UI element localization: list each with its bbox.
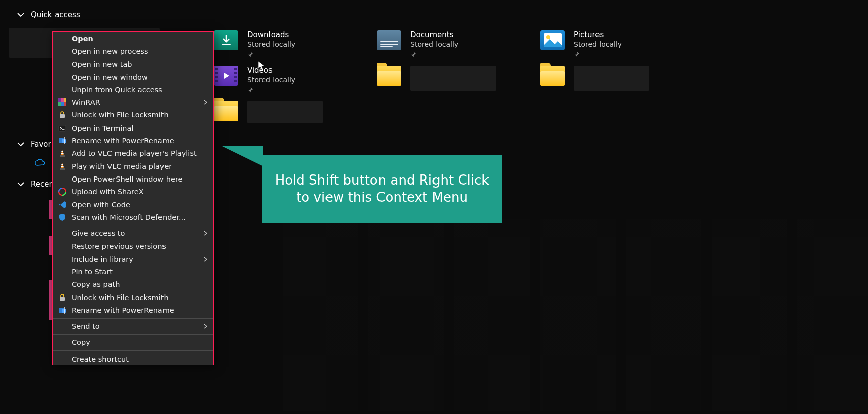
svg-rect-11 bbox=[60, 168, 65, 170]
folder-icon bbox=[540, 66, 565, 86]
pin-icon bbox=[574, 50, 622, 60]
ctx-item-include-in-library[interactable]: Include in library bbox=[53, 253, 213, 265]
section-recent[interactable]: Recen bbox=[17, 180, 54, 189]
ctx-item-label: Play with VLC media player bbox=[72, 162, 172, 170]
ctx-item-open-with-code[interactable]: Open with Code bbox=[53, 198, 213, 211]
qa-title: Videos bbox=[247, 66, 295, 75]
chevron-right-icon bbox=[203, 98, 208, 106]
vscode-icon bbox=[58, 200, 67, 209]
qa-title: Documents bbox=[410, 30, 458, 39]
section-favorites[interactable]: Favor bbox=[17, 140, 51, 149]
ctx-item-upload-with-sharex[interactable]: Upload with ShareX bbox=[53, 186, 213, 198]
qa-item-folder[interactable] bbox=[214, 101, 323, 123]
chevron-down-icon bbox=[17, 11, 25, 19]
ctx-item-label: Give access to bbox=[72, 229, 125, 238]
ctx-item-label: Open in new process bbox=[72, 47, 148, 55]
section-label: Recen bbox=[31, 180, 54, 189]
locksmith-icon bbox=[58, 293, 67, 302]
svg-rect-9 bbox=[61, 164, 63, 165]
powerrename-icon bbox=[58, 136, 67, 145]
ctx-item-play-with-vlc-media-player[interactable]: Play with VLC media player bbox=[53, 160, 213, 172]
file-icon-sliver bbox=[49, 200, 52, 219]
ctx-item-label: Pin to Start bbox=[72, 268, 113, 276]
pin-icon bbox=[247, 50, 295, 60]
qa-subtitle: Stored locally bbox=[247, 40, 295, 48]
downloads-folder-icon bbox=[214, 30, 238, 50]
section-label: Favor bbox=[31, 140, 51, 149]
vlc-icon bbox=[58, 149, 67, 158]
chevron-down-icon bbox=[17, 180, 25, 188]
locksmith-icon bbox=[58, 110, 67, 120]
svg-point-1 bbox=[546, 35, 550, 39]
ctx-item-label: Send to bbox=[72, 322, 100, 330]
ctx-item-open-in-new-process[interactable]: Open in new process bbox=[53, 45, 213, 57]
ctx-item-label: Create shortcut bbox=[72, 355, 129, 363]
ctx-item-open-powershell-window-here[interactable]: Open PowerShell window here bbox=[53, 172, 213, 185]
ctx-item-open-in-new-tab[interactable]: Open in new tab bbox=[53, 58, 213, 71]
ctx-item-label: Copy as path bbox=[72, 280, 120, 288]
ctx-item-rename-with-powerrename[interactable]: Rename with PowerRename bbox=[53, 134, 213, 147]
qa-subtitle: Stored locally bbox=[574, 40, 622, 48]
ctx-item-open-in-terminal[interactable]: Open in Terminal bbox=[53, 122, 213, 134]
ctx-item-open[interactable]: Open bbox=[53, 32, 213, 45]
pictures-folder-icon bbox=[540, 30, 565, 50]
file-icon-sliver bbox=[49, 236, 52, 255]
ctx-item-label: WinRAR bbox=[72, 98, 100, 106]
ctx-item-label: Rename with PowerRename bbox=[72, 306, 174, 314]
winrar-icon bbox=[58, 98, 67, 107]
section-label: Quick access bbox=[31, 10, 80, 19]
ctx-item-unlock-with-file-locksmith[interactable]: Unlock with File Locksmith bbox=[53, 109, 213, 122]
ctx-item-rename-with-powerrename[interactable]: Rename with PowerRename bbox=[53, 304, 213, 316]
ctx-item-copy-as-path[interactable]: Copy as path bbox=[53, 278, 213, 291]
cloud-icon bbox=[34, 159, 45, 168]
ctx-item-unpin-from-quick-access[interactable]: Unpin from Quick access bbox=[53, 83, 213, 96]
ctx-item-label: Scan with Microsoft Defender... bbox=[72, 213, 186, 221]
ctx-item-pin-to-start[interactable]: Pin to Start bbox=[53, 265, 213, 278]
qa-item-documents[interactable]: Documents Stored locally bbox=[377, 30, 458, 60]
ctx-item-copy[interactable]: Copy bbox=[53, 336, 213, 349]
ctx-item-restore-previous-versions[interactable]: Restore previous versions bbox=[53, 240, 213, 253]
vlc-icon bbox=[58, 162, 67, 171]
ctx-item-add-to-vlc-media-player-s-playlist[interactable]: Add to VLC media player's Playlist bbox=[53, 147, 213, 160]
ctx-item-label: Unpin from Quick access bbox=[72, 86, 162, 94]
ctx-item-label: Unlock with File Locksmith bbox=[72, 111, 169, 119]
callout-text: Hold Shift button and Right Click to vie… bbox=[275, 172, 490, 206]
ctx-item-create-shortcut[interactable]: Create shortcut bbox=[53, 352, 213, 365]
qa-item-pictures[interactable]: Pictures Stored locally bbox=[540, 30, 622, 60]
ctx-item-give-access-to[interactable]: Give access to bbox=[53, 227, 213, 240]
documents-folder-icon bbox=[377, 30, 401, 50]
qa-item-videos[interactable]: Videos Stored locally bbox=[214, 66, 295, 95]
folder-icon bbox=[377, 66, 401, 86]
folder-icon bbox=[214, 101, 238, 121]
ctx-item-label: Include in library bbox=[72, 255, 133, 263]
pin-icon bbox=[247, 85, 295, 95]
ctx-item-winrar[interactable]: WinRAR bbox=[53, 96, 213, 108]
qa-item-folder[interactable] bbox=[540, 66, 649, 91]
svg-rect-8 bbox=[60, 155, 65, 157]
ctx-item-label: Open with Code bbox=[72, 201, 130, 209]
context-menu[interactable]: OpenOpen in new processOpen in new tabOp… bbox=[52, 31, 214, 365]
svg-rect-6 bbox=[61, 151, 63, 152]
chevron-right-icon bbox=[203, 322, 208, 330]
terminal-icon bbox=[58, 124, 67, 133]
powerrename-icon bbox=[58, 306, 67, 315]
ctx-item-label: Open in new window bbox=[72, 73, 148, 81]
ctx-item-label: Restore previous versions bbox=[72, 242, 166, 250]
file-icon-sliver bbox=[49, 280, 52, 320]
ctx-item-send-to[interactable]: Send to bbox=[53, 320, 213, 333]
redacted-label bbox=[410, 66, 496, 91]
qa-item-downloads[interactable]: Downloads Stored locally bbox=[214, 30, 295, 60]
qa-title: Downloads bbox=[247, 30, 295, 39]
qa-subtitle: Stored locally bbox=[410, 40, 458, 48]
ctx-item-scan-with-microsoft-defender[interactable]: Scan with Microsoft Defender... bbox=[53, 211, 213, 223]
tutorial-callout: Hold Shift button and Right Click to vie… bbox=[262, 155, 502, 223]
section-quick-access[interactable]: Quick access bbox=[17, 10, 80, 19]
svg-rect-2 bbox=[60, 114, 65, 118]
ctx-item-open-in-new-window[interactable]: Open in new window bbox=[53, 71, 213, 83]
qa-item-folder[interactable] bbox=[377, 66, 496, 91]
ctx-item-label: Unlock with File Locksmith bbox=[72, 293, 169, 302]
qa-subtitle: Stored locally bbox=[247, 76, 295, 84]
recent-files-grid-dim bbox=[283, 219, 868, 411]
svg-rect-17 bbox=[62, 309, 66, 313]
ctx-item-unlock-with-file-locksmith[interactable]: Unlock with File Locksmith bbox=[53, 291, 213, 304]
